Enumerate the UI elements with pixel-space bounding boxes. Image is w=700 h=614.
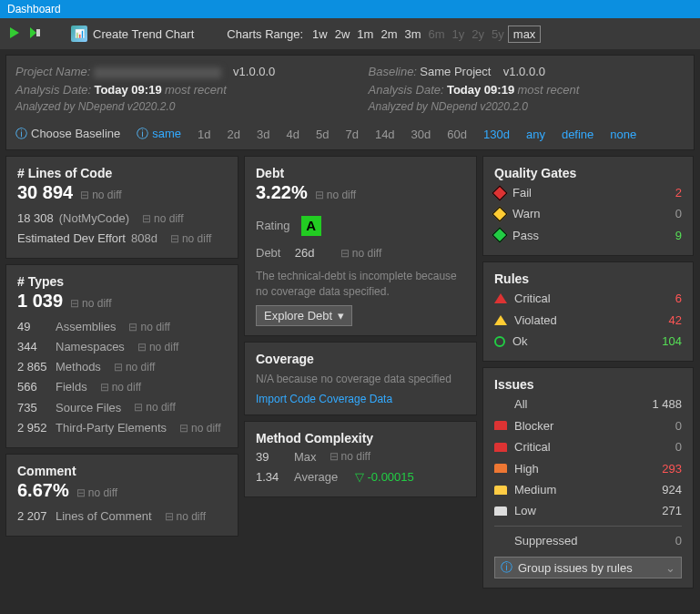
types-title: # Types: [17, 274, 227, 289]
list-item: 735Source Filesno diff: [17, 398, 227, 418]
stat-row[interactable]: Violated42: [494, 310, 682, 331]
svg-rect-0: [36, 29, 40, 36]
issues-title: Issues: [494, 377, 682, 392]
baseline-opt-any[interactable]: any: [526, 128, 545, 141]
complexity-panel: Method Complexity 39Maxno diff1.34Averag…: [244, 421, 477, 497]
loc-panel: # Lines of Code 30 894no diff 18 308(Not…: [5, 156, 238, 259]
baseline-opt-2d[interactable]: 2d: [228, 128, 240, 141]
chevron-down-icon: ▾: [338, 309, 344, 322]
list-item: 2 207Lines of Commentno diff: [17, 507, 227, 527]
import-coverage-link[interactable]: Import Code Coverage Data: [256, 393, 465, 405]
rules-panel: Rules Critical6Violated42Ok104: [482, 261, 694, 362]
stat-row[interactable]: Ok104: [494, 331, 682, 352]
list-item: 1.34Average ▽ -0.00015: [256, 467, 465, 487]
range-label: Charts Range:: [227, 27, 303, 41]
coverage-title: Coverage: [256, 352, 465, 366]
stat-row[interactable]: Blocker0: [494, 415, 682, 436]
baseline-opt-1d[interactable]: 1d: [198, 128, 210, 141]
gates-title: Quality Gates: [494, 166, 682, 180]
stat-row[interactable]: Critical0: [494, 436, 682, 457]
explore-debt-button[interactable]: Explore Debt▾: [256, 305, 352, 326]
stat-row[interactable]: Warn0: [494, 203, 682, 224]
rules-title: Rules: [494, 271, 682, 286]
list-item: 566Fieldsno diff: [17, 377, 227, 397]
comment-panel: Comment 6.67%no diff 2 207Lines of Comme…: [5, 454, 238, 537]
group-issues-dropdown[interactable]: ⓘGroup issues by rules⌄: [494, 557, 682, 578]
types-value: 1 039: [17, 291, 63, 312]
range-1m[interactable]: 1m: [353, 26, 377, 43]
range-6m[interactable]: 6m: [425, 26, 449, 43]
complexity-title: Method Complexity: [256, 431, 465, 445]
coverage-panel: Coverage N/A because no coverage data sp…: [244, 342, 477, 415]
baseline-opt-130d[interactable]: 130d: [483, 128, 510, 141]
debt-value: 3.22%: [256, 182, 308, 203]
baseline-opt-60d[interactable]: 60d: [447, 128, 467, 141]
stat-row[interactable]: Pass9: [494, 225, 682, 246]
list-item: 18 308(NotMyCode)no diff: [17, 209, 227, 229]
debt-panel: Debt 3.22%no diff RatingA Debt 26dno dif…: [244, 156, 477, 336]
toolbar: 📊 Create Trend Chart Charts Range: 1w2w1…: [0, 18, 700, 49]
range-max[interactable]: max: [508, 26, 542, 43]
list-item: 2 952Third-Party Elementsno diff: [17, 418, 227, 438]
range-3m[interactable]: 3m: [401, 26, 424, 43]
trend-chart-icon[interactable]: 📊: [71, 26, 87, 42]
stat-row[interactable]: Fail2: [494, 182, 682, 203]
list-item: Estimated Dev Effort808dno diff: [17, 229, 227, 249]
create-trend-link[interactable]: Create Trend Chart: [93, 27, 194, 41]
comment-title: Comment: [17, 464, 227, 478]
baseline-opt-3d[interactable]: 3d: [257, 128, 269, 141]
baseline-opt-14d[interactable]: 14d: [375, 128, 395, 141]
play-icon[interactable]: [7, 26, 22, 43]
loc-value: 30 894: [17, 182, 73, 203]
issues-panel: Issues All1 488 Blocker0Critical0High293…: [482, 367, 694, 588]
baseline-opt-none[interactable]: none: [610, 128, 636, 141]
list-item: 49Assembliesno diff: [17, 317, 227, 337]
comment-value: 6.67%: [17, 480, 69, 501]
range-1y[interactable]: 1y: [449, 26, 469, 43]
range-1w[interactable]: 1w: [309, 26, 331, 43]
list-item: 344Namespacesno diff: [17, 337, 227, 357]
gates-panel: Quality Gates Fail2Warn0Pass9: [482, 156, 694, 256]
project-name-blurred: [94, 67, 221, 78]
info-icon: ⓘ: [501, 559, 512, 576]
rating-badge: A: [301, 216, 321, 236]
stat-row[interactable]: High293: [494, 458, 682, 479]
info-icon: ⓘ: [15, 127, 27, 140]
baseline-opt-4d[interactable]: 4d: [287, 128, 299, 141]
list-item: 39Maxno diff: [256, 447, 465, 467]
chevron-down-icon: ⌄: [665, 561, 675, 575]
loc-title: # Lines of Code: [17, 166, 227, 180]
debt-title: Debt: [256, 166, 465, 180]
titlebar: Dashboard: [0, 0, 700, 18]
stat-row[interactable]: Low271: [494, 500, 682, 521]
stat-row[interactable]: Medium924: [494, 479, 682, 500]
refresh-icon[interactable]: [27, 26, 42, 43]
baseline-opt-define[interactable]: define: [562, 128, 593, 141]
baseline-opt-7d[interactable]: 7d: [345, 128, 358, 141]
meta-panel: Project Name: v1.0.0.0 Analysis Date: To…: [5, 55, 695, 150]
baseline-opt-30d[interactable]: 30d: [411, 128, 431, 141]
range-2m[interactable]: 2m: [377, 26, 401, 43]
baseline-opt-5d[interactable]: 5d: [316, 128, 329, 141]
list-item: 2 865Methodsno diff: [17, 357, 227, 377]
range-5y[interactable]: 5y: [488, 26, 508, 43]
debt-note: The technical-debt is incomplete because…: [256, 269, 465, 300]
range-2y[interactable]: 2y: [468, 26, 488, 43]
range-2w[interactable]: 2w: [331, 26, 354, 43]
choose-baseline[interactable]: Choose Baseline: [31, 127, 120, 140]
types-panel: # Types 1 039no diff 49Assembliesno diff…: [5, 264, 238, 448]
stat-row[interactable]: Critical6: [494, 288, 682, 309]
baseline-opt-same[interactable]: ⓘsame: [137, 126, 181, 142]
